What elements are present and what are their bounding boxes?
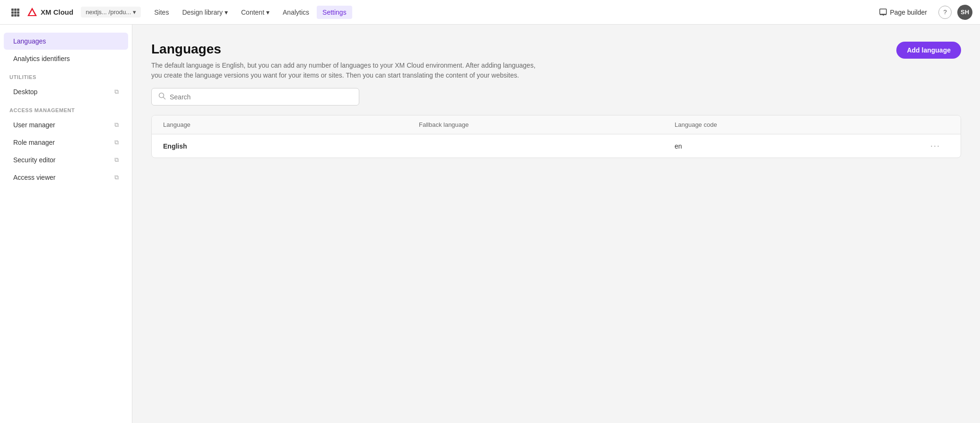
external-link-icon: ⧉ (114, 174, 119, 181)
nav-item-settings[interactable]: Settings (317, 6, 352, 19)
page-description: The default language is English, but you… (151, 61, 539, 80)
external-link-icon: ⧉ (114, 88, 119, 96)
cell-language-name: English (163, 142, 419, 150)
sidebar-item-desktop[interactable]: Desktop ⧉ (4, 83, 128, 100)
svg-line-15 (164, 97, 165, 99)
logo[interactable]: XM Cloud (26, 7, 73, 18)
chevron-down-icon: ▾ (225, 9, 228, 16)
breadcrumb[interactable]: nextjs... /produ... ▾ (81, 7, 141, 18)
external-link-icon: ⧉ (114, 121, 119, 129)
table-header: Language Fallback language Language code (152, 115, 961, 134)
search-icon (158, 92, 166, 101)
breadcrumb-chevron: ▾ (133, 9, 136, 16)
table-row: English en ··· (152, 134, 961, 158)
sidebar-item-security-editor[interactable]: Security editor ⧉ (4, 151, 128, 168)
svg-rect-6 (11, 14, 14, 17)
col-code: Language code (675, 121, 930, 128)
cell-code: en (675, 142, 930, 150)
svg-rect-11 (880, 9, 886, 14)
utilities-section-label: UTILITIES (0, 68, 132, 83)
avatar[interactable]: SH (957, 5, 972, 20)
svg-rect-4 (14, 11, 17, 14)
languages-table: Language Fallback language Language code… (151, 115, 961, 158)
col-language: Language (163, 121, 419, 128)
page-builder-button[interactable]: Page builder (874, 6, 933, 19)
logo-text: XM Cloud (41, 8, 73, 16)
search-input[interactable] (170, 93, 352, 101)
help-icon[interactable]: ? (938, 6, 952, 19)
access-management-section-label: ACCESS MANAGEMENT (0, 101, 132, 116)
page-title: Languages (151, 42, 539, 57)
avatar-initials: SH (961, 9, 969, 16)
nav-item-content[interactable]: Content ▾ (235, 6, 275, 19)
sidebar-item-user-manager[interactable]: User manager ⧉ (4, 116, 128, 133)
chevron-down-icon: ▾ (266, 9, 269, 16)
breadcrumb-text: nextjs... /produ... (86, 9, 131, 16)
nav-item-analytics[interactable]: Analytics (277, 6, 315, 19)
nav-item-sites[interactable]: Sites (148, 6, 174, 19)
more-options-button[interactable]: ··· (930, 141, 949, 151)
add-language-button[interactable]: Add language (896, 42, 961, 59)
nav-item-design-library[interactable]: Design library ▾ (176, 6, 234, 19)
title-description: Languages The default language is Englis… (151, 42, 539, 80)
layout: Languages Analytics identifiers UTILITIE… (0, 25, 980, 423)
sidebar-item-languages[interactable]: Languages (4, 33, 128, 50)
svg-rect-2 (17, 9, 19, 11)
sidebar-item-role-manager[interactable]: Role manager ⧉ (4, 134, 128, 151)
main-header: Languages The default language is Englis… (151, 42, 961, 80)
page-builder-label: Page builder (890, 9, 927, 16)
sidebar-item-analytics-identifiers[interactable]: Analytics identifiers (4, 50, 128, 67)
nav-items: Sites Design library ▾ Content ▾ Analyti… (148, 6, 870, 19)
sidebar: Languages Analytics identifiers UTILITIE… (0, 25, 132, 423)
nav-right: Page builder ? SH (874, 5, 972, 20)
external-link-icon: ⧉ (114, 139, 119, 146)
col-actions (930, 121, 949, 128)
search-bar (151, 88, 359, 106)
svg-rect-8 (17, 14, 19, 17)
col-fallback: Fallback language (419, 121, 675, 128)
svg-rect-3 (11, 11, 14, 14)
top-navigation: XM Cloud nextjs... /produ... ▾ Sites Des… (0, 0, 980, 25)
external-link-icon: ⧉ (114, 156, 119, 164)
svg-rect-7 (14, 14, 17, 17)
main-content: Languages The default language is Englis… (132, 25, 980, 423)
svg-rect-0 (11, 9, 14, 11)
svg-rect-1 (14, 9, 17, 11)
grid-icon[interactable] (8, 5, 23, 20)
sidebar-item-access-viewer[interactable]: Access viewer ⧉ (4, 169, 128, 186)
more-icon: ··· (930, 141, 940, 151)
svg-rect-5 (17, 11, 19, 14)
